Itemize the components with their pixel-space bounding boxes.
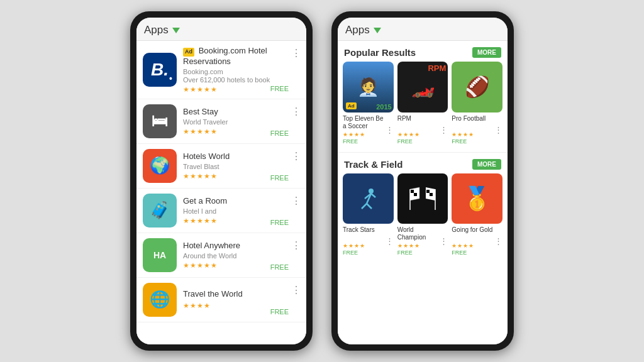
free-label: FREE (270, 263, 289, 271)
year-badge: 2015 (376, 103, 391, 111)
star-2: ★ (457, 243, 462, 249)
trackstars-app-icon (343, 173, 394, 224)
gold-icon-inner: 🥇 (452, 173, 502, 224)
list-item[interactable]: 🛏 Best Stay World Traveler ★ ★ ★ ★ ★ (136, 99, 306, 144)
app-subtitle: Travel Blast (183, 163, 300, 170)
star-3: ★ (197, 172, 203, 180)
star-4: ★ (204, 85, 210, 94)
app-name: Get a Room (183, 196, 300, 207)
more-options-dots[interactable]: ⋮ (291, 47, 301, 59)
more-options-dots[interactable]: ⋮ (291, 195, 301, 207)
profootball-footer: Pro Football ★ ★ ★ ★ FREE ⋮ (452, 115, 502, 145)
app-subtitle: Hotel I and (183, 207, 300, 215)
list-item[interactable]: 🌍 Hotels World Travel Blast ★ ★ ★ ★ ★ (136, 144, 306, 189)
list-item[interactable]: Track Stars ★ ★ ★ ★ FREE ⋮ (343, 173, 394, 256)
star-4: ★ (414, 243, 419, 249)
topeleven-footer: Top Eleven Be a Soccer ★ ★ ★ ★ FREE ⋮ (343, 115, 394, 145)
more-options-dots[interactable]: ⋮ (440, 236, 448, 246)
star-3: ★ (354, 243, 359, 249)
star-4: ★ (360, 131, 365, 138)
star-2: ★ (190, 172, 196, 180)
free-label: FREE (397, 250, 440, 256)
dropdown-icon[interactable] (374, 28, 381, 33)
goingforgold-footer: Going for Gold ★ ★ ★ ★ FREE ⋮ (452, 226, 502, 256)
runner-svg (355, 186, 380, 211)
list-item[interactable]: 🌐 Travel the World ★ ★ ★ ★ FREE ⋮ (136, 278, 306, 322)
star-1: ★ (183, 172, 189, 180)
rpm-app-icon: 🏎️ RPM (397, 62, 448, 112)
svg-rect-16 (430, 193, 433, 196)
list-item[interactable]: 🏎️ RPM RPM ★ ★ ★ ★ (397, 62, 448, 145)
app-name: Track Stars (343, 226, 375, 241)
more-options-dots[interactable]: ⋮ (291, 150, 301, 162)
star-1: ★ (452, 131, 457, 138)
phones-container: Apps B. Ad Booking.com Hotel Reservation… (130, 11, 514, 351)
more-options-dots[interactable]: ⋮ (291, 106, 301, 118)
more-options-dots[interactable]: ⋮ (440, 125, 448, 134)
star-4: ★ (360, 243, 365, 249)
list-item[interactable]: 🧳 Get a Room Hotel I and ★ ★ ★ ★ ★ F (136, 189, 306, 233)
apps-list: B. Ad Booking.com Hotel Reservations Boo… (136, 41, 306, 344)
stars-row: ★ ★ ★ ★ (343, 131, 386, 138)
track-icon-inner (343, 173, 394, 224)
app-name: Top Eleven Be a Soccer (343, 115, 386, 130)
star-4: ★ (204, 128, 210, 136)
free-label: FREE (397, 138, 419, 145)
wchamp-icon-inner (397, 173, 448, 224)
star-1: ★ (397, 243, 402, 249)
popular-results-more-button[interactable]: MORE (472, 47, 501, 58)
star-1: ★ (397, 131, 402, 138)
star-1: ★ (183, 128, 189, 136)
list-item[interactable]: B. Ad Booking.com Hotel Reservations Boo… (136, 41, 306, 99)
popular-results-title: Popular Results (344, 47, 416, 58)
stars-row: ★ ★ ★ ★ (452, 131, 486, 138)
more-options-dots[interactable]: ⋮ (386, 125, 394, 134)
svg-rect-8 (411, 190, 414, 193)
svg-rect-14 (430, 190, 433, 193)
app-name: World Champion (397, 226, 440, 241)
worldchampion-footer: World Champion ★ ★ ★ ★ FREE ⋮ (397, 226, 448, 256)
travel-app-info: Travel the World ★ ★ ★ ★ (183, 289, 300, 310)
popular-results-section-header: Popular Results MORE (338, 45, 508, 62)
left-header-title: Apps (144, 24, 169, 36)
track-field-title: Track & Field (344, 159, 402, 170)
list-item[interactable]: World Champion ★ ★ ★ ★ FREE ⋮ (397, 173, 448, 256)
svg-line-3 (367, 204, 372, 209)
track-field-section-header: Track & Field MORE (338, 156, 508, 173)
app-subtitle: Around the World (183, 252, 300, 260)
dropdown-icon[interactable] (172, 28, 180, 33)
list-item[interactable]: 🏈 Pro Football ★ ★ ★ ★ (452, 62, 502, 145)
more-options-dots[interactable]: ⋮ (494, 236, 502, 246)
list-item[interactable]: 🥇 Going for Gold ★ ★ ★ ★ (452, 173, 502, 256)
track-field-more-button[interactable]: MORE (472, 159, 501, 170)
star-3: ★ (197, 85, 203, 94)
star-1: ★ (183, 217, 189, 225)
list-item[interactable]: 🧑‍💼 Ad 2015 Top Eleven Be a Soccer ★ ★ (343, 62, 394, 145)
booking-app-icon: B. (143, 53, 177, 87)
star-3: ★ (197, 261, 203, 270)
hotelsworld-app-icon: 🌍 (143, 149, 177, 183)
soccer-icon-inner: 🧑‍💼 Ad 2015 (343, 62, 394, 112)
star-2: ★ (348, 243, 353, 249)
hotelanywhere-app-icon: HA (143, 238, 177, 272)
more-options-dots[interactable]: ⋮ (291, 284, 301, 296)
stars-row: ★ ★ ★ ★ (397, 131, 419, 138)
more-options-dots[interactable]: ⋮ (386, 236, 394, 246)
section-divider (338, 152, 508, 153)
list-item[interactable]: HA Hotel Anywhere Around the World ★ ★ ★… (136, 233, 306, 278)
star-4: ★ (469, 243, 474, 249)
star-1: ★ (183, 85, 189, 94)
trackstars-footer: Track Stars ★ ★ ★ ★ FREE ⋮ (343, 226, 394, 256)
star-5: ★ (211, 217, 217, 225)
car-icon: 🏎️ (411, 76, 435, 98)
medal-icon: 🥇 (463, 185, 491, 212)
star-3: ★ (463, 243, 468, 249)
right-screen-header: Apps (338, 18, 508, 41)
more-options-dots[interactable]: ⋮ (494, 125, 502, 134)
star-2: ★ (190, 302, 196, 310)
star-4: ★ (414, 131, 419, 138)
stars-row: ★ ★ ★ ★ (397, 243, 440, 249)
more-options-dots[interactable]: ⋮ (291, 239, 301, 251)
ad-badge: Ad (346, 102, 357, 109)
star-1: ★ (343, 243, 348, 249)
